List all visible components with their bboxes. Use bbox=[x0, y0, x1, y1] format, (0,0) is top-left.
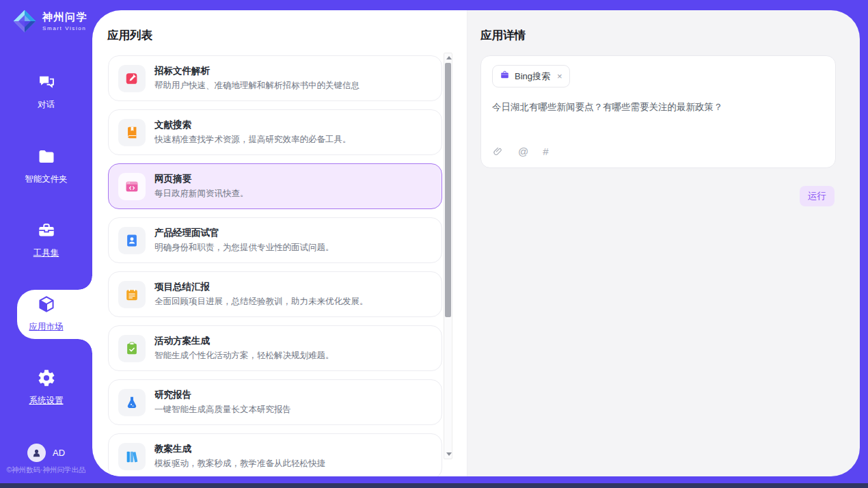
copyright-text: ©神州数码·神州问学出品 bbox=[0, 465, 92, 475]
app-card-title: 文献搜索 bbox=[154, 119, 351, 131]
brand-name: 神州问学 bbox=[42, 11, 87, 24]
app-card-subtitle: 全面回顾项目进展，总结经验教训，助力未来优化发展。 bbox=[154, 296, 368, 308]
app-card-title: 教案生成 bbox=[154, 443, 325, 455]
app-card-subtitle: 每日政府新闻资讯快查。 bbox=[154, 188, 249, 200]
run-button[interactable]: 运行 bbox=[800, 186, 835, 206]
folder-icon bbox=[37, 147, 56, 169]
arrow-up-icon bbox=[446, 56, 452, 59]
app-card[interactable]: 产品经理面试官明确身份和职责，为您提供专业性的面试问题。 bbox=[108, 217, 442, 263]
book-icon bbox=[118, 119, 146, 146]
toolbox-icon bbox=[37, 221, 56, 243]
avatar bbox=[27, 444, 46, 462]
app-card-subtitle: 一键智能生成高质量长文本研究报告 bbox=[154, 404, 291, 416]
hash-tag-icon[interactable]: # bbox=[543, 146, 548, 157]
briefcase-icon bbox=[500, 70, 510, 83]
app-card[interactable]: 文献搜索快速精准查找学术资源，提高研究效率的必备工具。 bbox=[108, 109, 442, 155]
prompt-toolbar: @# bbox=[492, 146, 824, 157]
app-card-subtitle: 智能生成个性化活动方案，轻松解决规划难题。 bbox=[154, 350, 334, 362]
app-card-subtitle: 帮助用户快速、准确地理解和解析招标书中的关键信息 bbox=[154, 80, 360, 92]
content-panel: 应用列表 招标文件解析帮助用户快速、准确地理解和解析招标书中的关键信息文献搜索快… bbox=[92, 10, 860, 476]
app-card-subtitle: 快速精准查找学术资源，提高研究效率的必备工具。 bbox=[154, 134, 351, 146]
app-card-title: 研究报告 bbox=[154, 389, 291, 401]
app-card[interactable]: 招标文件解析帮助用户快速、准确地理解和解析招标书中的关键信息 bbox=[108, 55, 442, 101]
cube-icon bbox=[37, 295, 56, 316]
brand: 神州问学 Smart Vision bbox=[12, 9, 87, 33]
prompt-card: Bing搜索 × 今日湖北有哪些新闻要点？有哪些需要关注的最新政策？ @# bbox=[480, 55, 836, 168]
gear-icon bbox=[37, 368, 56, 390]
app-list-panel: 应用列表 招标文件解析帮助用户快速、准确地理解和解析招标书中的关键信息文献搜索快… bbox=[92, 10, 467, 476]
notepad-icon bbox=[118, 281, 146, 308]
app-card[interactable]: 项目总结汇报全面回顾项目进展，总结经验教训，助力未来优化发展。 bbox=[108, 271, 442, 317]
app-detail-title: 应用详情 bbox=[480, 28, 526, 43]
at-mention-icon[interactable]: @ bbox=[518, 146, 528, 157]
app-list-title: 应用列表 bbox=[107, 28, 152, 43]
tool-tag-label: Bing搜索 bbox=[515, 70, 550, 83]
browser-code-icon bbox=[118, 173, 146, 200]
scroll-up-button[interactable] bbox=[444, 53, 453, 62]
app-card[interactable]: 网页摘要每日政府新闻资讯快查。 bbox=[108, 163, 442, 209]
user-account[interactable]: AD bbox=[0, 444, 92, 462]
sidebar-item-toolkit[interactable]: 工具集 bbox=[0, 221, 92, 260]
app-card[interactable]: 活动方案生成智能生成个性化活动方案，轻松解决规划难题。 bbox=[108, 325, 442, 371]
tool-tag-bing-search[interactable]: Bing搜索 × bbox=[492, 65, 570, 87]
app-card-subtitle: 明确身份和职责，为您提供专业性的面试问题。 bbox=[154, 242, 334, 254]
prompt-input[interactable]: 今日湖北有哪些新闻要点？有哪些需要关注的最新政策？ bbox=[492, 101, 824, 146]
brand-subtitle: Smart Vision bbox=[42, 25, 87, 31]
app-card-title: 活动方案生成 bbox=[154, 335, 334, 347]
app-card[interactable]: 研究报告一键智能生成高质量长文本研究报告 bbox=[108, 379, 442, 425]
scrollbar[interactable] bbox=[444, 53, 452, 459]
research-icon bbox=[118, 389, 146, 416]
scrollbar-thumb[interactable] bbox=[445, 63, 451, 317]
bottom-bar bbox=[0, 483, 868, 488]
app-card[interactable]: 教案生成模板驱动，教案秒成，教学准备从此轻松快捷 bbox=[108, 433, 442, 476]
app-card-title: 产品经理面试官 bbox=[154, 227, 334, 239]
books-icon bbox=[118, 443, 146, 470]
app-card-title: 项目总结汇报 bbox=[154, 281, 368, 293]
user-icon bbox=[31, 447, 42, 459]
app-card-title: 网页摘要 bbox=[154, 173, 249, 185]
user-name: AD bbox=[53, 448, 65, 458]
sidebar-item-app-market[interactable]: 应用市场 bbox=[0, 295, 92, 334]
sidebar: 神州问学 Smart Vision 对话智能文件夹工具集应用市场系统设置 AD … bbox=[0, 0, 92, 483]
sidebar-item-settings[interactable]: 系统设置 bbox=[0, 368, 92, 408]
app-card-title: 招标文件解析 bbox=[154, 65, 360, 77]
interviewer-icon bbox=[118, 227, 146, 254]
arrow-down-icon bbox=[446, 452, 452, 456]
sidebar-item-chat[interactable]: 对话 bbox=[0, 72, 92, 112]
remove-tool-icon[interactable]: × bbox=[557, 71, 562, 81]
app-card-subtitle: 模板驱动，教案秒成，教学准备从此轻松快捷 bbox=[154, 458, 325, 470]
app-detail-panel: 应用详情 Bing搜索 × 今日湖北有哪些新闻要点？有哪些需要关注的最新政策？ … bbox=[467, 10, 860, 476]
paperclip-icon[interactable] bbox=[492, 146, 504, 157]
app-window: 神州问学 Smart Vision 对话智能文件夹工具集应用市场系统设置 AD … bbox=[0, 0, 868, 488]
brand-logo-icon bbox=[12, 9, 37, 33]
edit-document-icon bbox=[118, 65, 146, 92]
chat-icon bbox=[37, 72, 56, 94]
sidebar-item-smart-folders[interactable]: 智能文件夹 bbox=[0, 147, 92, 187]
app-list: 招标文件解析帮助用户快速、准确地理解和解析招标书中的关键信息文献搜索快速精准查找… bbox=[108, 55, 442, 476]
clipboard-check-icon bbox=[118, 335, 146, 362]
scroll-down-button[interactable] bbox=[444, 450, 453, 459]
